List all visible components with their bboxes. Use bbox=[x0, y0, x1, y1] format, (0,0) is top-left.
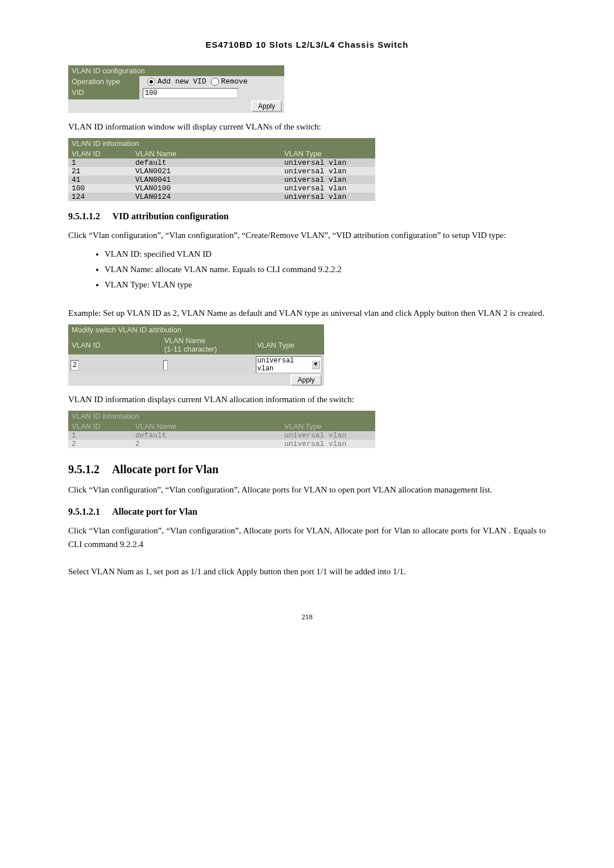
table-row: 21 VLAN0021 universal vlan bbox=[68, 167, 375, 176]
page-header: ES4710BD 10 Slots L2/L3/L4 Chassis Switc… bbox=[68, 40, 546, 49]
heading-9512: 9.5.1.2 Allocate port for Vlan bbox=[68, 463, 546, 476]
para-95121: Click “Vlan configuration”, “Vlan config… bbox=[68, 524, 546, 551]
vlan-info1-title: VLAN ID information bbox=[68, 138, 375, 149]
col-vlan-type: VLAN Type bbox=[281, 149, 375, 158]
vlan-id-config-panel: VLAN ID configuration Operation type Add… bbox=[68, 65, 284, 113]
vid-label: VID bbox=[68, 87, 139, 99]
cell: 21 bbox=[68, 167, 132, 176]
heading-text: Allocate port for Vlan bbox=[112, 507, 197, 516]
list-item: VLAN Name: allocate VLAN name. Equals to… bbox=[105, 262, 546, 277]
cell: universal vlan bbox=[281, 440, 375, 448]
col-vlan-type: VLAN Type bbox=[281, 422, 375, 431]
vlan-info2-title: VLAN ID information bbox=[68, 411, 375, 422]
vlan-info-table-2: VLAN ID information VLAN ID VLAN Name VL… bbox=[68, 411, 375, 448]
vid-input[interactable]: 100 bbox=[143, 88, 238, 98]
cell: 124 bbox=[68, 193, 132, 201]
cell: universal vlan bbox=[281, 167, 375, 176]
cell: default bbox=[132, 431, 281, 440]
list-item: VLAN ID: specified VLAN ID bbox=[105, 247, 546, 262]
col-vlan-id: VLAN ID bbox=[68, 149, 132, 158]
cell: universal vlan bbox=[281, 176, 375, 184]
table-row: 124 VLAN0124 universal vlan bbox=[68, 193, 375, 201]
text-after-modify: VLAN ID information displays current VLA… bbox=[68, 393, 546, 406]
col-vlan-id: VLAN ID bbox=[68, 422, 132, 431]
heading-num: 9.5.1.2.1 bbox=[68, 507, 100, 516]
operation-type-label: Operation type bbox=[68, 76, 139, 87]
page-number: 218 bbox=[68, 612, 546, 621]
vlan-info-table-1: VLAN ID information VLAN ID VLAN Name VL… bbox=[68, 138, 375, 201]
example-para: Example: Set up VLAN ID as 2, VLAN Name … bbox=[68, 306, 546, 320]
heading-num: 9.5.1.1.2 bbox=[68, 211, 100, 221]
cell: 2 bbox=[132, 440, 281, 448]
table-row: 41 VLAN0041 universal vlan bbox=[68, 176, 375, 184]
modify-type-select[interactable]: universal vlan ▼ bbox=[256, 356, 322, 373]
col-vlan-name: VLAN Name bbox=[132, 422, 281, 431]
para-95112: Click “Vlan configuration”, “Vlan config… bbox=[68, 228, 546, 242]
cell: universal vlan bbox=[281, 184, 375, 193]
radio-add-new-vid[interactable] bbox=[147, 78, 155, 86]
vlan-id-config-title: VLAN ID configuration bbox=[68, 65, 284, 76]
heading-num: 9.5.1.2 bbox=[68, 463, 99, 475]
cell: 2 bbox=[68, 440, 132, 448]
modify-title: Modify switch VLAN ID attribution bbox=[68, 324, 324, 335]
modify-col-id: VLAN ID bbox=[68, 335, 161, 354]
modify-vlan-panel: Modify switch VLAN ID attribution VLAN I… bbox=[68, 324, 324, 386]
modify-col-name: VLAN Name (1-11 character) bbox=[161, 335, 254, 354]
cell: 41 bbox=[68, 176, 132, 184]
heading-95121: 9.5.1.2.1 Allocate port for Vlan bbox=[68, 507, 546, 517]
radio-remove-label: Remove bbox=[221, 77, 248, 86]
table-row: 1 default universal vlan bbox=[68, 158, 375, 167]
cell: 1 bbox=[68, 431, 132, 440]
table-row: 2 2 universal vlan bbox=[68, 440, 375, 448]
cell: universal vlan bbox=[281, 193, 375, 201]
modify-apply-button[interactable]: Apply bbox=[291, 374, 321, 386]
para-95121-b: Select VLAN Num as 1, set port as 1/1 an… bbox=[68, 565, 546, 578]
cell: universal vlan bbox=[281, 158, 375, 167]
vid-input-cell: 100 bbox=[139, 87, 284, 99]
cell: 100 bbox=[68, 184, 132, 193]
radio-remove[interactable] bbox=[211, 78, 219, 86]
modify-name-input[interactable] bbox=[163, 360, 168, 370]
modify-col-type: VLAN Type bbox=[254, 335, 324, 354]
cell: VLAN0021 bbox=[132, 167, 281, 176]
cell: 1 bbox=[68, 158, 132, 167]
text-after-config: VLAN ID information window will display … bbox=[68, 120, 546, 133]
radio-add-label: Add new VID bbox=[157, 77, 206, 86]
select-value: universal vlan bbox=[258, 357, 309, 373]
para-9512: Click “Vlan configuration”, “Vlan config… bbox=[68, 483, 546, 496]
table-row: 100 VLAN0100 universal vlan bbox=[68, 184, 375, 193]
cell: VLAN0100 bbox=[132, 184, 281, 193]
heading-text: VID attribution configuration bbox=[113, 211, 229, 221]
heading-95112: 9.5.1.1.2 VID attribution configuration bbox=[68, 211, 546, 222]
bullet-list: VLAN ID: specified VLAN ID VLAN Name: al… bbox=[105, 247, 546, 293]
table-row: 1 default universal vlan bbox=[68, 431, 375, 440]
vlan-config-apply-button[interactable]: Apply bbox=[251, 101, 282, 112]
heading-text: Allocate port for Vlan bbox=[112, 463, 219, 475]
chevron-down-icon[interactable]: ▼ bbox=[312, 360, 320, 369]
col-vlan-name: VLAN Name bbox=[132, 149, 281, 158]
list-item: VLAN Type: VLAN type bbox=[105, 277, 546, 293]
cell: VLAN0041 bbox=[132, 176, 281, 184]
modify-id-input[interactable]: 2 bbox=[70, 360, 79, 370]
cell: default bbox=[132, 158, 281, 167]
cell: universal vlan bbox=[281, 431, 375, 440]
cell: VLAN0124 bbox=[132, 193, 281, 201]
operation-type-content: Add new VID Remove bbox=[139, 76, 284, 87]
